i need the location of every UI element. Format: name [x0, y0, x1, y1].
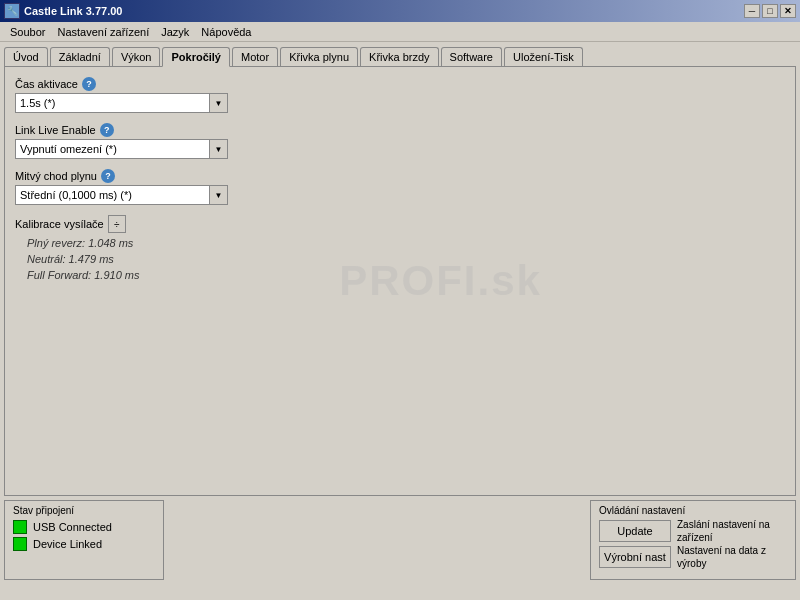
status-title: Stav připojení: [13, 505, 155, 516]
led-device: [13, 537, 27, 551]
menu-jazyk[interactable]: Jazyk: [155, 24, 195, 40]
cas-aktivace-label-row: Čas aktivace ?: [15, 77, 785, 91]
vyrobni-desc: Nastavení na data z výroby: [677, 546, 787, 568]
status-panel-left: Stav připojení USB Connected Device Link…: [4, 500, 164, 580]
control-desc: Zaslání nastavení na zařízení Nastavení …: [677, 520, 787, 568]
mity-chod-select: Střední (0,1000 ms) (*) ▼: [15, 185, 785, 205]
status-usb-label: USB Connected: [33, 521, 112, 533]
cas-aktivace-arrow[interactable]: ▼: [210, 93, 228, 113]
status-device: Device Linked: [13, 537, 155, 551]
mity-chod-group: Mitvý chod plynu ? Střední (0,1000 ms) (…: [15, 169, 785, 205]
app-icon: 🔧: [4, 3, 20, 19]
update-desc: Zaslání nastavení na zařízení: [677, 520, 787, 542]
mity-chod-label-row: Mitvý chod plynu ?: [15, 169, 785, 183]
link-live-select: Vypnutí omezení (*) ▼: [15, 139, 785, 159]
status-usb: USB Connected: [13, 520, 155, 534]
cas-aktivace-group: Čas aktivace ? 1.5s (*) ▼: [15, 77, 785, 113]
control-panel-right: Ovládání nastavení Update Výrobní nast Z…: [590, 500, 796, 580]
mity-chod-label: Mitvý chod plynu: [15, 170, 97, 182]
cas-aktivace-select: 1.5s (*) ▼: [15, 93, 785, 113]
status-device-label: Device Linked: [33, 538, 102, 550]
menu-nastaveni[interactable]: Nastavení zařízení: [51, 24, 155, 40]
link-live-arrow[interactable]: ▼: [210, 139, 228, 159]
menu-bar: Soubor Nastavení zařízení Jazyk Nápověda: [0, 22, 800, 42]
control-panel-inner: Ovládání nastavení Update Výrobní nast Z…: [599, 505, 787, 568]
mity-chod-arrow[interactable]: ▼: [210, 185, 228, 205]
cas-aktivace-help[interactable]: ?: [82, 77, 96, 91]
close-button[interactable]: ✕: [780, 4, 796, 18]
kalibrace-value-0: Plný reverz: 1.048 ms: [27, 235, 785, 251]
link-live-help[interactable]: ?: [100, 123, 114, 137]
kalibrace-value-1: Neutrál: 1.479 ms: [27, 251, 785, 267]
title-bar: 🔧 Castle Link 3.77.00 ─ □ ✕: [0, 0, 800, 22]
link-live-group: Link Live Enable ? Vypnutí omezení (*) ▼: [15, 123, 785, 159]
tab-motor[interactable]: Motor: [232, 47, 278, 67]
update-button[interactable]: Update: [599, 520, 671, 542]
link-live-label: Link Live Enable: [15, 124, 96, 136]
tab-bar: Úvod Základní Výkon Pokročilý Motor Křiv…: [0, 42, 800, 66]
kalibrace-value-2: Full Forward: 1.910 ms: [27, 267, 785, 283]
cas-aktivace-label: Čas aktivace: [15, 78, 78, 90]
vyrobni-nast-button[interactable]: Výrobní nast: [599, 546, 671, 568]
menu-napoveda[interactable]: Nápověda: [195, 24, 257, 40]
control-buttons: Update Výrobní nast: [599, 520, 671, 568]
control-title: Ovládání nastavení: [599, 505, 787, 516]
led-usb: [13, 520, 27, 534]
tab-krivka-brzdy[interactable]: Křivka brzdy: [360, 47, 439, 67]
mity-chod-value[interactable]: Střední (0,1000 ms) (*): [15, 185, 210, 205]
tab-software[interactable]: Software: [441, 47, 502, 67]
kalibrace-label: Kalibrace vysílače: [15, 218, 104, 230]
tab-zakladni[interactable]: Základní: [50, 47, 110, 67]
kalibrace-icon[interactable]: ÷: [108, 215, 126, 233]
kalibrace-header: Kalibrace vysílače ÷: [15, 215, 785, 233]
status-bar: Stav připojení USB Connected Device Link…: [4, 500, 796, 580]
mity-chod-help[interactable]: ?: [101, 169, 115, 183]
cas-aktivace-value[interactable]: 1.5s (*): [15, 93, 210, 113]
window-controls: ─ □ ✕: [744, 4, 796, 18]
maximize-button[interactable]: □: [762, 4, 778, 18]
kalibrace-values: Plný reverz: 1.048 ms Neutrál: 1.479 ms …: [27, 235, 785, 283]
tab-ulozeni-tisk[interactable]: Uložení-Tisk: [504, 47, 583, 67]
tab-vykon[interactable]: Výkon: [112, 47, 161, 67]
minimize-button[interactable]: ─: [744, 4, 760, 18]
link-live-value[interactable]: Vypnutí omezení (*): [15, 139, 210, 159]
main-content: Čas aktivace ? 1.5s (*) ▼ Link Live Enab…: [4, 66, 796, 496]
window-title: Castle Link 3.77.00: [24, 5, 122, 17]
tab-krivka-plynu[interactable]: Křivka plynu: [280, 47, 358, 67]
tab-pokrocily[interactable]: Pokročilý: [162, 47, 230, 67]
tab-uvod[interactable]: Úvod: [4, 47, 48, 67]
kalibrace-section: Kalibrace vysílače ÷ Plný reverz: 1.048 …: [15, 215, 785, 283]
link-live-label-row: Link Live Enable ?: [15, 123, 785, 137]
control-content: Update Výrobní nast Zaslání nastavení na…: [599, 520, 787, 568]
menu-soubor[interactable]: Soubor: [4, 24, 51, 40]
